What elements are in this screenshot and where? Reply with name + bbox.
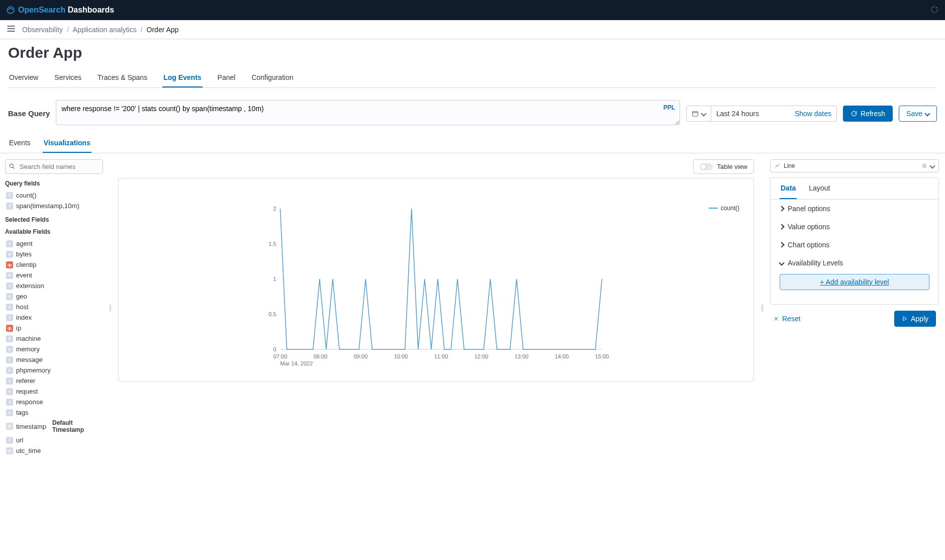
svg-text:13:00: 13:00	[515, 353, 529, 359]
field-type-icon: #	[6, 272, 13, 279]
field-type-icon: ip	[6, 325, 13, 332]
close-icon	[773, 316, 779, 322]
chevron-down-icon	[701, 111, 706, 116]
query-field-item[interactable]: fspan(timestamp,10m)	[5, 201, 103, 211]
reset-button[interactable]: Reset	[773, 315, 801, 323]
tab-configuration[interactable]: Configuration	[250, 68, 294, 87]
tab-panel[interactable]: Panel	[217, 68, 237, 87]
apply-button[interactable]: Apply	[894, 311, 936, 327]
field-item[interactable]: tmessage	[5, 354, 103, 365]
available-fields-header: Available Fields	[5, 228, 103, 235]
field-item[interactable]: #geo	[5, 291, 103, 302]
calendar-button[interactable]	[686, 106, 711, 122]
calendar-icon	[692, 110, 699, 117]
switch-icon	[700, 163, 713, 170]
svg-text:07:00: 07:00	[273, 353, 288, 359]
field-item[interactable]: ipclientip	[5, 259, 103, 270]
chevron-icon	[779, 224, 784, 229]
field-type-icon: t	[6, 388, 13, 395]
sidebar-resize-handle[interactable]: ‖	[108, 153, 112, 462]
svg-text:10:00: 10:00	[394, 353, 408, 359]
save-button[interactable]: Save	[899, 106, 937, 122]
svg-point-3	[10, 164, 13, 167]
svg-text:0.5: 0.5	[268, 311, 276, 317]
breadcrumb-item[interactable]: Application analytics	[73, 26, 137, 34]
field-type-icon: #	[6, 293, 13, 300]
add-availability-level-button[interactable]: + Add availability level	[780, 274, 929, 290]
play-icon	[902, 316, 908, 322]
brand-logo[interactable]: OpenSearch Dashboards	[6, 6, 114, 15]
field-item[interactable]: trequest	[5, 386, 103, 397]
accordion-panel-options[interactable]: Panel options	[771, 200, 938, 218]
svg-text:09:00: 09:00	[354, 353, 368, 359]
field-item[interactable]: ipip	[5, 323, 103, 333]
svg-text:15:00: 15:00	[595, 353, 609, 359]
refresh-button[interactable]: Refresh	[843, 106, 893, 122]
field-item[interactable]: treferer	[5, 376, 103, 386]
tab-log-events[interactable]: Log Events	[162, 68, 202, 87]
field-item[interactable]: #machine	[5, 333, 103, 344]
field-item[interactable]: #phpmemory	[5, 365, 103, 376]
config-tab-data[interactable]: Data	[780, 178, 797, 199]
field-item[interactable]: textension	[5, 281, 103, 291]
accordion-chart-options[interactable]: Chart options	[771, 236, 938, 254]
breadcrumb-item[interactable]: Observability	[22, 26, 63, 34]
query-fields-header: Query fields	[5, 180, 103, 187]
chart-type-select[interactable]: Line	[770, 159, 939, 172]
field-type-icon: ip	[6, 261, 13, 268]
config-tab-layout[interactable]: Layout	[808, 178, 831, 199]
field-item[interactable]: #event	[5, 270, 103, 281]
field-item[interactable]: tresponse	[5, 397, 103, 407]
field-type-icon: #	[6, 346, 13, 353]
help-icon[interactable]	[930, 5, 939, 16]
field-item[interactable]: turl	[5, 435, 103, 445]
breadcrumb: Observability / Application analytics / …	[22, 26, 178, 34]
field-search-input[interactable]	[5, 159, 103, 174]
config-resize-handle[interactable]: ‖	[760, 153, 764, 462]
field-type-icon: #	[6, 335, 13, 342]
chevron-down-icon	[924, 111, 930, 116]
field-type-icon: t	[6, 378, 13, 385]
query-label: Base Query	[8, 109, 50, 118]
tab-services[interactable]: Services	[53, 68, 82, 87]
field-item[interactable]: ◷timestampDefault Timestamp	[5, 418, 103, 435]
field-item[interactable]: ttags	[5, 407, 103, 418]
search-icon	[9, 163, 16, 170]
query-field-item[interactable]: fcount()	[5, 190, 103, 201]
field-type-icon: ◷	[6, 447, 13, 454]
accordion-value-options[interactable]: Value options	[771, 218, 938, 236]
svg-rect-2	[693, 111, 698, 116]
field-item[interactable]: tindex	[5, 312, 103, 323]
field-type-icon: t	[6, 437, 13, 444]
nav-toggle-button[interactable]	[6, 24, 16, 35]
tab-traces-spans[interactable]: Traces & Spans	[97, 68, 148, 87]
selected-fields-header: Selected Fields	[5, 216, 103, 223]
subtab-visualizations[interactable]: Visualizations	[43, 134, 91, 153]
chevron-icon	[779, 206, 784, 211]
field-item[interactable]: ◷utc_time	[5, 445, 103, 456]
svg-text:1: 1	[273, 276, 276, 282]
time-range-input[interactable]: Last 24 hours Show dates	[711, 106, 837, 122]
field-item[interactable]: #bytes	[5, 249, 103, 259]
table-view-toggle[interactable]: Table view	[693, 159, 754, 174]
subtab-events[interactable]: Events	[8, 134, 32, 153]
breadcrumb-item-current: Order App	[147, 26, 179, 34]
field-type-icon: t	[6, 399, 13, 406]
field-item[interactable]: #memory	[5, 344, 103, 354]
svg-text:11:00: 11:00	[434, 353, 448, 359]
default-timestamp-badge: Default Timestamp	[52, 419, 102, 433]
field-type-icon: t	[6, 283, 13, 290]
tab-overview[interactable]: Overview	[8, 68, 39, 87]
field-type-icon: t	[6, 409, 13, 416]
clear-icon[interactable]	[921, 163, 927, 169]
chart-panel: count() 00.511.5207:0008:0009:0010:0011:…	[118, 178, 754, 382]
show-dates-button[interactable]: Show dates	[795, 110, 831, 118]
svg-text:14:00: 14:00	[555, 353, 569, 359]
accordion-availability-levels[interactable]: Availability Levels	[771, 254, 938, 272]
field-item[interactable]: tagent	[5, 238, 103, 249]
query-input[interactable]: where response != '200' | stats count() …	[56, 100, 680, 125]
field-type-icon: t	[6, 356, 13, 363]
chevron-icon	[779, 260, 784, 265]
field-item[interactable]: thost	[5, 302, 103, 312]
query-lang-button[interactable]: PPL	[664, 104, 675, 111]
